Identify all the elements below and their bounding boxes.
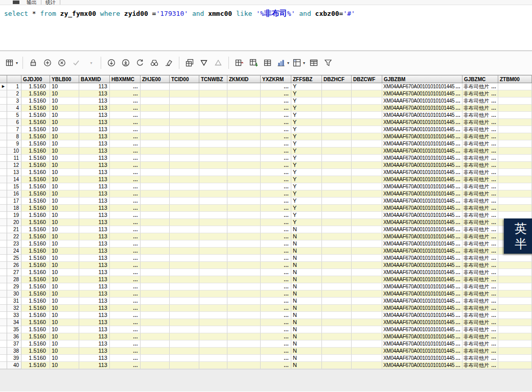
cell-more-button[interactable]: … xyxy=(283,255,289,261)
cell-baxmid[interactable]: 113 xyxy=(79,240,110,248)
cell-zkmxid[interactable] xyxy=(227,340,261,348)
cell-more-button[interactable]: … xyxy=(491,298,497,304)
cell-zhje00[interactable] xyxy=(141,248,170,255)
cell-dbzhcf[interactable] xyxy=(322,290,352,298)
cell-zhje00[interactable] xyxy=(141,83,170,90)
row-number[interactable]: 37 xyxy=(7,340,21,348)
cell-gjbzbm[interactable]: XM04AAF670A00101010101445… xyxy=(382,262,462,269)
cell-more-button[interactable]: … xyxy=(283,312,289,318)
cell-yblb00[interactable]: 10 xyxy=(50,283,79,290)
cell-gjdj00[interactable]: 1.5160 xyxy=(21,97,50,105)
cell-hbxmmc[interactable]: … xyxy=(110,283,141,290)
export-grid-button[interactable] xyxy=(261,56,274,69)
cell-dbzcwf[interactable] xyxy=(352,255,382,262)
row-number[interactable]: 2 xyxy=(7,90,21,97)
row-number[interactable]: 19 xyxy=(7,212,21,219)
cell-zhje00[interactable] xyxy=(141,126,170,133)
cell-gjdj00[interactable]: 1.5160 xyxy=(21,176,50,183)
cell-yxzkrm[interactable]: … xyxy=(261,169,291,176)
cell-zhje00[interactable] xyxy=(141,198,170,205)
cell-more-button[interactable]: … xyxy=(455,84,461,89)
cell-tcnwbz[interactable] xyxy=(199,233,227,240)
cell-more-button[interactable]: … xyxy=(455,334,461,339)
cell-dbzhcf[interactable] xyxy=(322,176,352,183)
cell-gjbzbm[interactable]: XM04AAF670A00101010101445… xyxy=(382,269,462,276)
cell-gjdj00[interactable]: 1.5160 xyxy=(21,162,50,169)
cell-yxzkrm[interactable]: … xyxy=(261,305,291,312)
row-number[interactable]: 5 xyxy=(7,112,21,119)
cell-yxzkrm[interactable]: … xyxy=(261,97,291,105)
column-insert-button[interactable] xyxy=(233,56,246,69)
cell-gjbzmc[interactable]: 非布司他片… xyxy=(462,119,498,126)
cell-gjbzbm[interactable]: XM04AAF670A00101010101445… xyxy=(382,90,462,97)
cell-zffsbz[interactable]: Y xyxy=(291,183,322,190)
cell-gjbzmc[interactable]: 非布司他片… xyxy=(462,276,498,283)
cell-gjbzmc[interactable]: 非布司他片… xyxy=(462,126,498,133)
cell-gjdj00[interactable]: 1.5160 xyxy=(21,255,50,262)
cell-yxzkrm[interactable]: … xyxy=(261,333,291,340)
cell-ztbm00[interactable] xyxy=(498,348,532,355)
cell-more-button[interactable]: … xyxy=(283,298,289,304)
cell-gjbzbm[interactable]: XM04AAF670A00101010101445… xyxy=(382,162,462,169)
cell-more-button[interactable]: … xyxy=(132,355,138,361)
cell-hbxmmc[interactable]: … xyxy=(110,169,141,176)
cell-yxzkrm[interactable]: … xyxy=(261,183,291,190)
cell-gjdj00[interactable]: 1.5160 xyxy=(21,319,50,326)
cell-zhje00[interactable] xyxy=(141,233,170,240)
cell-more-button[interactable]: … xyxy=(283,234,289,239)
cell-more-button[interactable]: … xyxy=(283,341,289,347)
cell-tcnwbz[interactable] xyxy=(199,340,227,348)
cell-gjdj00[interactable]: 1.5160 xyxy=(21,362,50,369)
cell-zkmxid[interactable] xyxy=(227,233,261,240)
row-number[interactable]: 15 xyxy=(7,183,21,190)
cell-more-button[interactable]: … xyxy=(283,98,289,104)
cell-more-button[interactable]: … xyxy=(491,112,497,118)
row-number[interactable]: 14 xyxy=(7,176,21,183)
cell-zkmxid[interactable] xyxy=(227,276,261,283)
cell-more-button[interactable]: … xyxy=(283,320,289,325)
cell-yblb00[interactable]: 10 xyxy=(50,97,79,105)
cell-zkmxid[interactable] xyxy=(227,162,261,169)
cell-zhje00[interactable] xyxy=(141,348,170,355)
cell-baxmid[interactable]: 113 xyxy=(79,326,110,333)
export-data-button[interactable] xyxy=(247,56,260,69)
cell-hbxmmc[interactable]: … xyxy=(110,262,141,269)
cell-yblb00[interactable]: 10 xyxy=(50,212,79,219)
cell-zffsbz[interactable]: Y xyxy=(291,205,322,212)
cell-dbzhcf[interactable] xyxy=(322,348,352,355)
cell-gjbzmc[interactable]: 非布司他片… xyxy=(462,133,498,140)
cell-dbzcwf[interactable] xyxy=(352,269,382,276)
chart-button[interactable]: ▾ xyxy=(275,56,290,69)
cell-ztbm00[interactable] xyxy=(498,140,532,148)
cell-yblb00[interactable]: 10 xyxy=(50,348,79,355)
cell-zffsbz[interactable]: N xyxy=(291,340,322,348)
cell-more-button[interactable]: … xyxy=(455,255,461,261)
cell-zhje00[interactable] xyxy=(141,290,170,298)
cell-gjdj00[interactable]: 1.5160 xyxy=(21,83,50,90)
cell-more-button[interactable]: … xyxy=(491,127,497,132)
row-number[interactable]: 36 xyxy=(7,333,21,340)
cell-gjbzbm[interactable]: XM04AAF670A00101010101445… xyxy=(382,212,462,219)
cell-yblb00[interactable]: 10 xyxy=(50,198,79,205)
cell-baxmid[interactable]: 113 xyxy=(79,112,110,119)
cell-zkmxid[interactable] xyxy=(227,169,261,176)
cell-more-button[interactable]: … xyxy=(455,262,461,268)
cell-more-button[interactable]: … xyxy=(132,127,138,132)
row-number[interactable]: 1 xyxy=(7,83,21,90)
cell-yxzkrm[interactable]: … xyxy=(261,269,291,276)
find-button[interactable] xyxy=(148,56,161,69)
cell-zffsbz[interactable]: Y xyxy=(291,105,322,112)
row-number[interactable]: 27 xyxy=(7,269,21,276)
cell-tcnwbz[interactable] xyxy=(199,226,227,233)
cell-gjbzmc[interactable]: 非布司他片… xyxy=(462,262,498,269)
cell-gjdj00[interactable]: 1.5160 xyxy=(21,169,50,176)
cell-more-button[interactable]: … xyxy=(283,284,289,289)
cell-yblb00[interactable]: 10 xyxy=(50,126,79,133)
cell-yblb00[interactable]: 10 xyxy=(50,83,79,90)
cell-zffsbz[interactable]: Y xyxy=(291,169,322,176)
cell-gjbzbm[interactable]: XM04AAF670A00101010101445… xyxy=(382,233,462,240)
cell-more-button[interactable]: … xyxy=(491,84,497,89)
row-number[interactable]: 23 xyxy=(7,240,21,248)
cell-gjdj00[interactable]: 1.5160 xyxy=(21,148,50,155)
add-record-button[interactable] xyxy=(41,56,54,69)
